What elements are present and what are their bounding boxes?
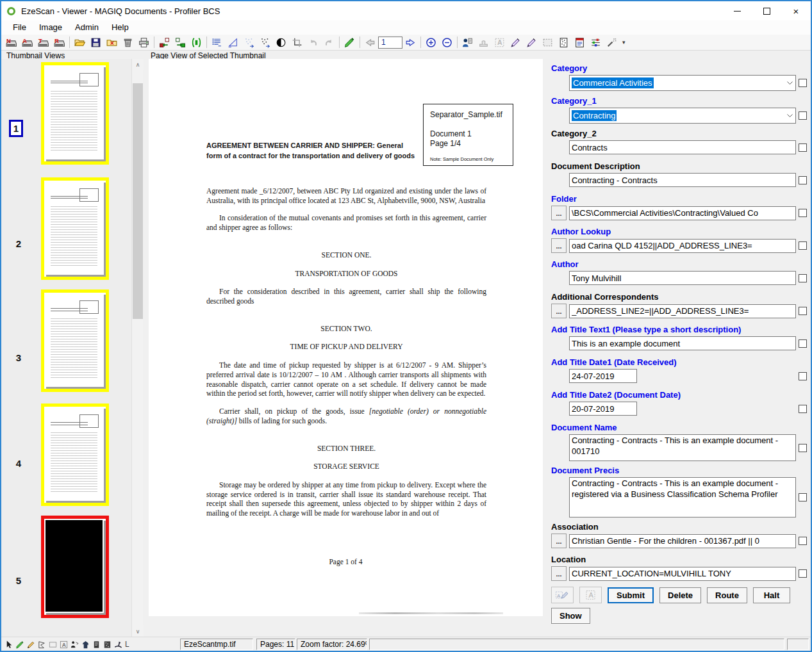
menu-image[interactable]: Image (33, 21, 69, 34)
thumbnail-scrollbar[interactable]: ∧ ∨ (131, 59, 143, 637)
invert-button[interactable] (273, 35, 289, 49)
additional-correspondents-browse-button[interactable]: ... (551, 304, 567, 318)
association-browse-button[interactable]: ... (551, 534, 567, 548)
next-page-button[interactable] (402, 35, 418, 49)
ocr-zones-button[interactable] (209, 35, 225, 49)
author-lookup-input[interactable] (569, 239, 796, 253)
highlighter-tool-button[interactable] (15, 639, 26, 650)
show-button[interactable]: Show (551, 608, 590, 624)
scroll-up-button[interactable]: ∧ (132, 59, 144, 70)
menu-help[interactable]: Help (105, 21, 135, 34)
category1-combobox[interactable]: Contracting (569, 108, 796, 124)
add-title-date2-input[interactable] (569, 402, 637, 416)
page-view-canvas[interactable]: Separator_Sample.tif Document 1 Page 1/4… (149, 59, 543, 616)
annotate-pen-button[interactable] (508, 35, 524, 49)
add-title-text1-input[interactable] (569, 336, 796, 350)
category-combobox[interactable]: Commercial Activities (569, 75, 796, 91)
document-description-input[interactable] (569, 173, 796, 187)
document-precis-textarea[interactable] (569, 477, 796, 518)
close-file-button[interactable]: × (104, 35, 120, 49)
author-input[interactable] (569, 271, 796, 285)
redact-tool-button[interactable] (69, 639, 80, 650)
next-document-button[interactable] (172, 35, 188, 49)
submit-button[interactable]: Submit (608, 587, 654, 603)
category2-checkbox[interactable] (799, 143, 807, 152)
profile-button[interactable] (460, 35, 476, 49)
thumbnail-page-3[interactable] (41, 289, 109, 392)
polygon-tool-button[interactable] (37, 639, 47, 650)
add-title-date2-checkbox[interactable] (799, 405, 807, 413)
add-title-date1-input[interactable] (569, 369, 637, 383)
route-button[interactable]: Route (707, 587, 747, 603)
category1-checkbox[interactable] (799, 111, 807, 120)
hand-tool-button[interactable] (80, 639, 91, 650)
maximize-button[interactable] (752, 1, 781, 20)
association-input[interactable] (569, 534, 796, 548)
deskew-button[interactable] (225, 35, 241, 49)
color-adjust-button[interactable] (588, 35, 604, 49)
zoom-in-button[interactable] (423, 35, 439, 49)
pointer-tool-button[interactable] (4, 639, 15, 650)
text-stamp-button[interactable]: A (492, 35, 508, 49)
scan-t-button[interactable]: T (35, 35, 51, 49)
location-checkbox[interactable] (799, 569, 807, 578)
redo-button[interactable] (321, 35, 337, 49)
document-precis-checkbox[interactable] (799, 493, 807, 501)
crop-button[interactable] (289, 35, 305, 49)
author-lookup-checkbox[interactable] (799, 241, 807, 250)
magic-wand-button[interactable] (604, 35, 620, 49)
folder-input[interactable] (569, 206, 796, 220)
folder-browse-button[interactable]: ... (551, 206, 567, 220)
halt-button[interactable]: Halt (753, 587, 790, 603)
save-button[interactable] (88, 35, 104, 49)
document-name-checkbox[interactable] (799, 444, 807, 452)
additional-correspondents-input[interactable] (569, 304, 796, 318)
delete-file-button[interactable] (120, 35, 136, 49)
select-region-button[interactable] (540, 35, 556, 49)
undo-button[interactable] (305, 35, 321, 49)
open-file-button[interactable] (72, 35, 88, 49)
menu-admin[interactable]: Admin (69, 21, 105, 34)
pattern-tool-button[interactable] (102, 639, 113, 650)
thumbnail-page-1[interactable] (41, 62, 109, 165)
author-lookup-browse-button[interactable]: ... (551, 238, 567, 253)
document-description-checkbox[interactable] (799, 176, 807, 184)
location-input[interactable] (569, 567, 796, 581)
rotate-button[interactable] (188, 35, 204, 49)
scan-r-button[interactable]: R (51, 35, 67, 49)
edit-annotation-button[interactable]: A (551, 587, 574, 603)
author-checkbox[interactable] (799, 274, 807, 282)
text-annotation-button[interactable]: A (579, 587, 602, 603)
scan-n-button[interactable]: N (3, 35, 19, 49)
prev-page-button[interactable] (362, 35, 378, 49)
scrollbar-thumb[interactable] (133, 83, 143, 319)
location-browse-button[interactable]: ... (551, 566, 567, 581)
text-tool-button[interactable]: A (58, 639, 69, 650)
delete-button[interactable]: Delete (659, 587, 701, 603)
barcode-button[interactable] (556, 35, 572, 49)
rectangle-tool-button[interactable] (47, 639, 58, 650)
highlighter-button[interactable] (342, 35, 358, 49)
add-title-text1-checkbox[interactable] (799, 339, 807, 348)
stamp-button[interactable] (476, 35, 492, 49)
category-checkbox[interactable] (799, 79, 807, 87)
thumbnail-page-5[interactable] (41, 516, 109, 618)
scroll-down-button[interactable]: ∨ (132, 626, 144, 637)
page-number-input[interactable] (378, 37, 402, 49)
association-checkbox[interactable] (799, 537, 807, 545)
print-button[interactable] (136, 35, 152, 49)
close-button[interactable]: × (781, 1, 811, 20)
despeckle-button[interactable] (257, 35, 273, 49)
page-tool-button[interactable] (91, 639, 102, 650)
scan-a-button[interactable]: A (19, 35, 35, 49)
category2-input[interactable] (569, 140, 796, 154)
grab-tool-button[interactable] (113, 639, 124, 650)
thumbnail-page-4[interactable] (41, 403, 109, 506)
document-name-textarea[interactable] (569, 434, 796, 461)
menu-file[interactable]: File (6, 21, 33, 34)
magic-wand-dropdown-button[interactable]: ▾ (620, 39, 628, 45)
minimize-button[interactable] (722, 1, 752, 20)
thumbnail-page-2[interactable] (41, 177, 109, 280)
zoom-out-button[interactable] (439, 35, 455, 49)
prev-document-button[interactable] (156, 35, 172, 49)
